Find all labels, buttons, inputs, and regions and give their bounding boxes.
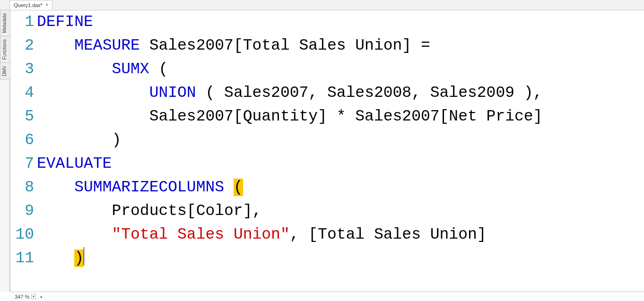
file-tab[interactable]: Query1.dax* × <box>9 0 52 10</box>
scroll-left-icon[interactable]: ◂ <box>40 294 42 299</box>
code-editor[interactable]: 1 2 3 4 5 6 7 8 9 10 11 DEFINE MEASURE S… <box>10 10 644 292</box>
code-content[interactable]: DEFINE MEASURE Sales2007[Total Sales Uni… <box>37 10 644 270</box>
close-icon[interactable]: × <box>45 0 48 10</box>
status-bar: 347 % ▾ ◂ <box>10 292 644 301</box>
side-tab-functions[interactable]: Functions <box>0 36 10 63</box>
zoom-dropdown-icon[interactable]: ▾ <box>31 294 36 299</box>
zoom-level: 347 % <box>15 294 29 300</box>
line-number-gutter: 1 2 3 4 5 6 7 8 9 10 11 <box>10 10 37 270</box>
tab-bar: Query1.dax* × <box>0 0 644 10</box>
side-tab-metadata[interactable]: Metadata <box>0 10 10 36</box>
side-rail: Metadata Functions DMV <box>0 10 10 292</box>
side-tab-dmv[interactable]: DMV <box>0 62 10 79</box>
file-tab-label: Query1.dax* <box>14 0 43 10</box>
